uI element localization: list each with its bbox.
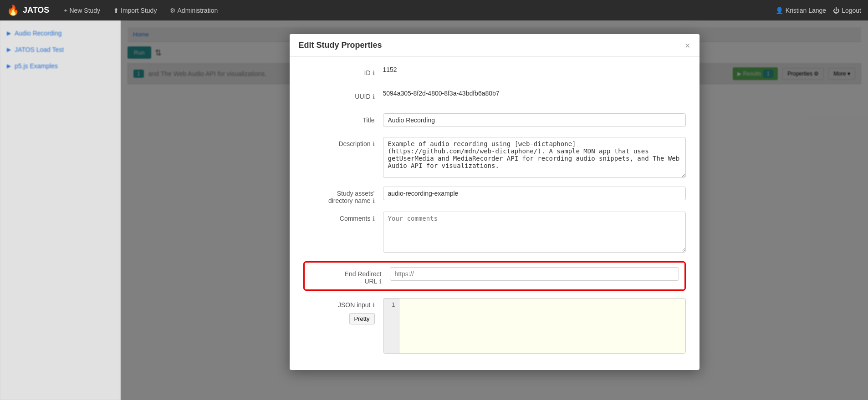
logout-icon: ⏻ bbox=[833, 7, 839, 14]
json-pretty-button[interactable]: Pretty bbox=[349, 313, 375, 324]
id-label: ID ℹ bbox=[303, 66, 383, 76]
end-redirect-label: End Redirect URL ℹ bbox=[310, 267, 390, 285]
new-study-label: + New Study bbox=[64, 7, 100, 14]
json-input-label-col: JSON input ℹ Pretty bbox=[303, 298, 383, 324]
sidebar-item-audio-recording[interactable]: ▶ Audio Recording bbox=[0, 25, 120, 41]
new-study-nav-item[interactable]: + New Study bbox=[58, 3, 106, 18]
end-redirect-info-icon: ℹ bbox=[379, 278, 382, 285]
uuid-value-wrap: 5094a305-8f2d-4800-8f3a-43bdfb6a80b7 bbox=[383, 90, 686, 97]
modal-close-button[interactable]: × bbox=[685, 41, 690, 50]
uuid-info-icon: ℹ bbox=[373, 93, 375, 100]
title-form-row: Title bbox=[303, 113, 686, 130]
json-info-icon: ℹ bbox=[373, 302, 375, 309]
json-input-form-row: JSON input ℹ Pretty 1 bbox=[303, 298, 686, 354]
description-form-row: Description ℹ Example of audio recording… bbox=[303, 137, 686, 179]
chevron-right-icon: ▶ bbox=[7, 63, 11, 69]
assets-form-row: Study assets' directory name ℹ bbox=[303, 187, 686, 204]
description-textarea[interactable]: Example of audio recording using [web-di… bbox=[383, 137, 686, 178]
assets-input[interactable] bbox=[383, 187, 686, 200]
description-input-wrap: Example of audio recording using [web-di… bbox=[383, 137, 686, 179]
username-label: Kristian Lange bbox=[786, 7, 827, 14]
id-value: 1152 bbox=[383, 63, 397, 73]
logout-label: Logout bbox=[842, 7, 861, 14]
user-menu[interactable]: 👤 Kristian Lange bbox=[776, 7, 827, 14]
app-brand[interactable]: 🔥 JATOS bbox=[7, 5, 49, 16]
json-editor-wrap: 1 bbox=[383, 298, 686, 354]
navbar-right: 👤 Kristian Lange ⏻ Logout bbox=[776, 7, 861, 14]
edit-study-modal: Edit Study Properties × ID ℹ 1152 bbox=[290, 34, 700, 370]
assets-label: Study assets' directory name ℹ bbox=[303, 187, 383, 204]
json-editor-area[interactable] bbox=[399, 299, 685, 353]
import-study-nav-item[interactable]: ⬆ Import Study bbox=[108, 3, 162, 18]
sidebar-item-label: p5.js Examples bbox=[15, 62, 58, 70]
uuid-value: 5094a305-8f2d-4800-8f3a-43bdfb6a80b7 bbox=[383, 86, 500, 97]
administration-label: ⚙ Administration bbox=[170, 7, 218, 14]
id-form-row: ID ℹ 1152 bbox=[303, 66, 686, 82]
user-icon: 👤 bbox=[776, 7, 783, 14]
assets-info-icon: ℹ bbox=[373, 197, 375, 204]
sidebar: ▶ Audio Recording ▶ JATOS Load Test ▶ p5… bbox=[0, 20, 121, 400]
nav-items: + New Study ⬆ Import Study ⚙ Administrat… bbox=[58, 3, 775, 18]
sidebar-item-label: JATOS Load Test bbox=[15, 46, 64, 53]
end-redirect-input-wrap bbox=[390, 267, 679, 281]
modal-title: Edit Study Properties bbox=[299, 41, 382, 50]
title-label: Title bbox=[303, 113, 383, 124]
comments-label: Comments ℹ bbox=[303, 212, 383, 222]
comments-input-wrap bbox=[383, 212, 686, 254]
chevron-right-icon: ▶ bbox=[7, 46, 11, 53]
uuid-form-row: UUID ℹ 5094a305-8f2d-4800-8f3a-43bdfb6a8… bbox=[303, 90, 686, 106]
administration-nav-item[interactable]: ⚙ Administration bbox=[164, 3, 223, 18]
uuid-label: UUID ℹ bbox=[303, 90, 383, 100]
chevron-right-icon: ▶ bbox=[7, 30, 11, 36]
content-area: Home Run ⇅ 1 and The Web Audio API for v… bbox=[121, 20, 868, 400]
main-layout: ▶ Audio Recording ▶ JATOS Load Test ▶ p5… bbox=[0, 20, 868, 400]
sidebar-item-label: Audio Recording bbox=[15, 30, 62, 37]
description-info-icon: ℹ bbox=[373, 141, 375, 147]
logout-button[interactable]: ⏻ Logout bbox=[833, 7, 861, 14]
end-redirect-input[interactable] bbox=[390, 267, 679, 281]
comments-textarea[interactable] bbox=[383, 212, 686, 253]
json-line-numbers: 1 bbox=[383, 299, 399, 353]
app-name: JATOS bbox=[23, 5, 49, 15]
flame-icon: 🔥 bbox=[7, 5, 19, 16]
navbar: 🔥 JATOS + New Study ⬆ Import Study ⚙ Adm… bbox=[0, 0, 868, 20]
end-redirect-form-row: End Redirect URL ℹ bbox=[303, 261, 686, 291]
assets-input-wrap bbox=[383, 187, 686, 200]
modal-overlay: Edit Study Properties × ID ℹ 1152 bbox=[121, 20, 868, 400]
id-info-icon: ℹ bbox=[373, 70, 375, 76]
description-label: Description ℹ bbox=[303, 137, 383, 147]
title-input-wrap bbox=[383, 113, 686, 127]
comments-form-row: Comments ℹ bbox=[303, 212, 686, 254]
sidebar-item-p5-examples[interactable]: ▶ p5.js Examples bbox=[0, 58, 120, 74]
json-line-1: 1 bbox=[387, 301, 395, 308]
sidebar-item-jatos-load-test[interactable]: ▶ JATOS Load Test bbox=[0, 41, 120, 58]
title-input[interactable] bbox=[383, 113, 686, 127]
id-value-wrap: 1152 bbox=[383, 66, 686, 73]
modal-body: ID ℹ 1152 UUID ℹ 5 bbox=[290, 57, 700, 370]
modal-header: Edit Study Properties × bbox=[290, 34, 700, 57]
json-editor: 1 bbox=[383, 298, 686, 354]
comments-info-icon: ℹ bbox=[373, 215, 375, 222]
import-study-label: ⬆ Import Study bbox=[113, 7, 157, 14]
